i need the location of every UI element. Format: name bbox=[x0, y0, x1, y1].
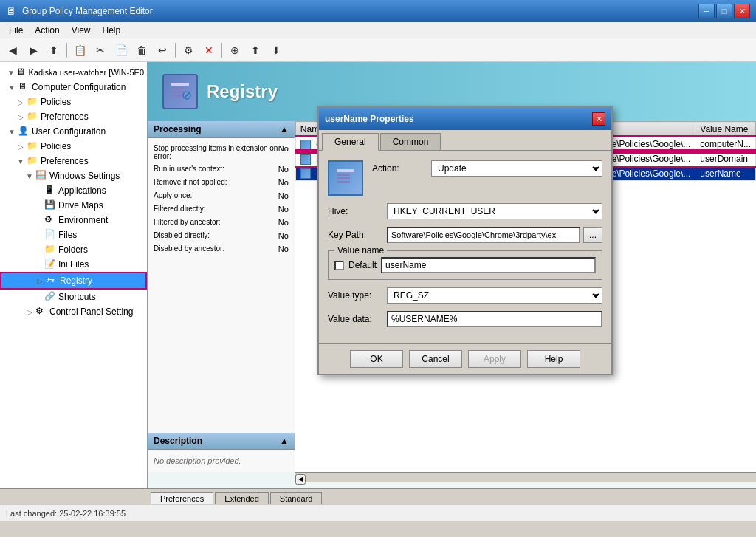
value-type-select-wrapper: REG_SZ REG_DWORD REG_BINARY REG_EXPAND_S… bbox=[387, 287, 602, 304]
ok-button[interactable]: OK bbox=[350, 350, 403, 368]
menu-action[interactable]: Action bbox=[29, 24, 65, 37]
menu-file[interactable]: File bbox=[3, 24, 29, 37]
tree-prefs-comp[interactable]: ▷ 📁 Preferences bbox=[0, 109, 147, 124]
proc-value-5: No bbox=[278, 205, 289, 213]
left-content-panel: Processing ▲ Stop processing items in ex… bbox=[148, 121, 295, 472]
tree-shortcuts-label: Shortcuts bbox=[58, 292, 96, 302]
toolbar-move-down[interactable]: ⬇ bbox=[267, 41, 286, 60]
keypath-input[interactable]: Software\Policies\Google\Chrome\3rdparty… bbox=[387, 227, 580, 243]
dialog-close-button[interactable]: ✕ bbox=[592, 112, 605, 126]
toolbar-back[interactable]: ◀ bbox=[3, 41, 22, 60]
toolbar-properties[interactable]: ⚙ bbox=[179, 41, 198, 60]
action-area: Action: Update Create Delete Replace bbox=[372, 160, 602, 184]
tree-policies-user[interactable]: ▷ 📁 Policies bbox=[0, 139, 147, 154]
cell-valuename-1: computerN... bbox=[695, 137, 756, 152]
proc-value-8: No bbox=[278, 244, 289, 253]
default-checkbox[interactable] bbox=[334, 261, 344, 270]
tree-computer-config[interactable]: ▼ 🖥 Computer Configuration bbox=[0, 80, 147, 95]
toolbar: ◀ ▶ ⬆ 📋 ✂ 📄 🗑 ↩ ⚙ ✕ ⊕ ⬆ ⬇ bbox=[0, 38, 756, 62]
processing-collapse[interactable]: ▲ bbox=[280, 124, 289, 134]
tab-preferences[interactable]: Preferences bbox=[151, 492, 213, 504]
tree-prefs-user[interactable]: ▼ 📁 Preferences bbox=[0, 154, 147, 168]
tree-shortcuts[interactable]: 🔗 Shortcuts bbox=[0, 290, 147, 304]
tree-control-panel[interactable]: ▷ ⚙ Control Panel Setting bbox=[0, 304, 147, 319]
toolbar-forward[interactable]: ▶ bbox=[24, 41, 43, 60]
cancel-button[interactable]: Cancel bbox=[409, 350, 462, 368]
proc-label-3: Remove if not applied: bbox=[154, 178, 227, 187]
action-label: Action: bbox=[372, 163, 431, 174]
proc-label-7: Disabled directly: bbox=[154, 231, 210, 240]
toolbar-paste[interactable]: 📄 bbox=[111, 41, 131, 60]
col-value-name[interactable]: Value Name bbox=[695, 122, 756, 137]
tree-environment[interactable]: ⚙ Environment bbox=[0, 213, 147, 228]
left-scroll bbox=[148, 472, 295, 482]
tree-ini-files[interactable]: 📝 Ini Files bbox=[0, 257, 147, 272]
toolbar-sep-3 bbox=[221, 43, 222, 58]
proc-row-1: Stop processing items in extension on er… bbox=[154, 144, 289, 160]
tree-applications-label: Applications bbox=[58, 185, 106, 196]
dialog-tab-common[interactable]: Common bbox=[380, 133, 441, 150]
maximize-button[interactable]: □ bbox=[716, 4, 732, 18]
registry-icon: 🗝 bbox=[46, 275, 58, 287]
applications-icon: 📱 bbox=[44, 185, 56, 196]
description-collapse[interactable]: ▲ bbox=[280, 436, 289, 446]
close-button[interactable]: ✕ bbox=[734, 4, 750, 18]
tree-windows-settings[interactable]: ▼ 🪟 Windows Settings bbox=[0, 168, 147, 183]
tree-files[interactable]: 📄 Files bbox=[0, 228, 147, 242]
scroll-left[interactable]: ◀ bbox=[295, 474, 306, 485]
expand-icon: ▷ bbox=[15, 111, 27, 123]
value-name-input[interactable]: userName bbox=[381, 257, 596, 273]
tree-applications[interactable]: 📱 Applications bbox=[0, 183, 147, 198]
value-data-input[interactable]: %USERNAME% bbox=[387, 311, 602, 327]
toolbar-new[interactable]: ⊕ bbox=[225, 41, 244, 60]
row-icon-1 bbox=[300, 140, 311, 150]
tree-registry[interactable]: ▷ 🗝 Registry bbox=[0, 272, 147, 290]
minimize-button[interactable]: ─ bbox=[698, 4, 715, 18]
keypath-browse-button[interactable]: ... bbox=[583, 227, 602, 243]
toolbar-up[interactable]: ⬆ bbox=[44, 41, 63, 60]
hive-select-wrapper: HKEY_CURRENT_USER HKEY_LOCAL_MACHINE HKE… bbox=[387, 203, 602, 219]
row-icon-3 bbox=[300, 168, 311, 179]
toolbar-sep-1 bbox=[66, 43, 67, 58]
help-button[interactable]: Help bbox=[527, 350, 580, 368]
tree-computer-config-label: Computer Configuration bbox=[32, 82, 126, 92]
menu-view[interactable]: View bbox=[66, 24, 97, 37]
processing-title: Processing bbox=[154, 124, 202, 134]
action-row: Action: Update Create Delete Replace bbox=[372, 160, 602, 177]
value-data-value: %USERNAME% bbox=[391, 314, 457, 324]
tab-extended[interactable]: Extended bbox=[215, 492, 268, 504]
tree-policies-comp-label: Policies bbox=[41, 97, 71, 107]
tree-policies-comp[interactable]: ▷ 📁 Policies bbox=[0, 95, 147, 109]
tab-bar: Preferences Extended Standard bbox=[0, 488, 756, 504]
tree-user-config[interactable]: ▼ 👤 User Configuration bbox=[0, 124, 147, 139]
tree-folders[interactable]: 📁 Folders bbox=[0, 242, 147, 257]
hive-select[interactable]: HKEY_CURRENT_USER HKEY_LOCAL_MACHINE HKE… bbox=[387, 203, 602, 219]
value-type-select[interactable]: REG_SZ REG_DWORD REG_BINARY REG_EXPAND_S… bbox=[387, 287, 602, 304]
h-scrollbar[interactable]: ◀ bbox=[295, 472, 756, 482]
tree-drive-maps[interactable]: 💾 Drive Maps bbox=[0, 198, 147, 213]
action-select-wrapper: Update Create Delete Replace bbox=[431, 160, 602, 177]
cell-valuename-3: userName bbox=[695, 166, 756, 181]
toolbar-undo[interactable]: ↩ bbox=[153, 41, 172, 60]
action-select[interactable]: Update Create Delete Replace bbox=[431, 160, 602, 177]
svg-rect-8 bbox=[337, 169, 354, 172]
toolbar-move-up[interactable]: ⬆ bbox=[246, 41, 265, 60]
apply-button[interactable]: Apply bbox=[468, 350, 521, 368]
proc-value-7: No bbox=[278, 231, 289, 240]
hive-label: Hive: bbox=[328, 206, 387, 216]
proc-value-6: No bbox=[278, 218, 289, 227]
hive-row: Hive: HKEY_CURRENT_USER HKEY_LOCAL_MACHI… bbox=[328, 203, 602, 219]
shortcuts-icon: 🔗 bbox=[44, 291, 56, 303]
tree-root[interactable]: ▼ 🖥 Kadiska user-watcher [WIN-5E0 bbox=[0, 65, 147, 80]
toolbar-stop[interactable]: ✕ bbox=[199, 41, 219, 60]
drive-maps-icon: 💾 bbox=[44, 199, 56, 211]
toolbar-copy[interactable]: 📋 bbox=[70, 41, 89, 60]
tree-environment-label: Environment bbox=[58, 215, 108, 225]
toolbar-delete[interactable]: 🗑 bbox=[132, 41, 151, 60]
dialog-tab-general[interactable]: General bbox=[322, 133, 379, 151]
toolbar-cut[interactable]: ✂ bbox=[91, 41, 110, 60]
menu-help[interactable]: Help bbox=[97, 24, 127, 37]
username-properties-dialog[interactable]: userName Properties ✕ General Common bbox=[317, 106, 613, 375]
tab-standard[interactable]: Standard bbox=[270, 492, 323, 504]
root-icon: 🖥 bbox=[16, 66, 27, 78]
